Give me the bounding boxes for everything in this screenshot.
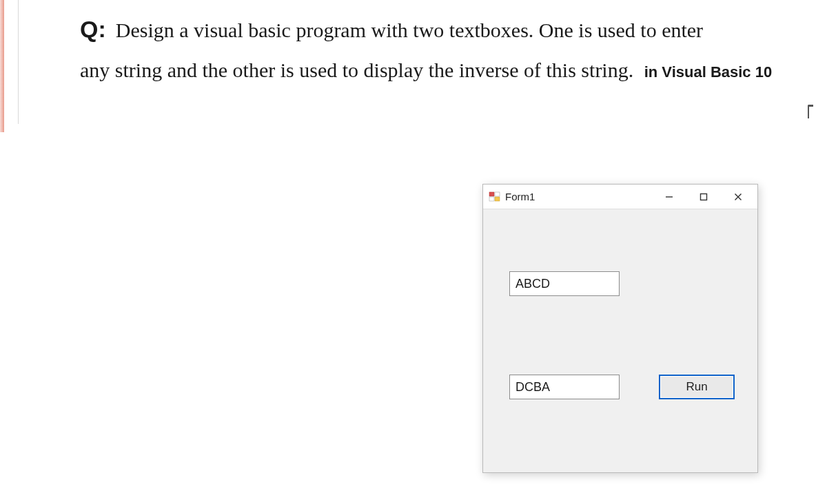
window-client-area: ABCD DCBA Run [483, 209, 757, 472]
question-line-1: Q:Design a visual basic program with two… [80, 14, 786, 45]
page-binding-edge [0, 0, 4, 132]
close-button[interactable] [723, 186, 753, 208]
svg-rect-3 [495, 197, 500, 201]
form-icon [489, 191, 501, 203]
textbox-output[interactable]: DCBA [509, 375, 620, 399]
question-block: Q:Design a visual basic program with two… [80, 14, 786, 87]
page-margin-rule [18, 0, 19, 124]
page-corner-mark [808, 105, 813, 118]
question-text-2: any string and the other is used to disp… [80, 59, 633, 81]
question-line-2: any string and the other is used to disp… [80, 55, 786, 87]
window-title: Form1 [505, 191, 535, 202]
svg-rect-2 [489, 197, 494, 201]
svg-rect-5 [701, 193, 707, 200]
run-button-label: Run [686, 380, 707, 394]
textbox-output-value: DCBA [515, 380, 550, 395]
svg-rect-0 [489, 192, 494, 196]
textbox-input[interactable]: ABCD [509, 271, 620, 296]
question-note: in Visual Basic 10 [644, 63, 772, 81]
textbox-input-value: ABCD [515, 277, 550, 291]
window-titlebar[interactable]: Form1 [483, 185, 757, 209]
maximize-button[interactable] [688, 186, 719, 208]
question-label: Q: [80, 16, 106, 42]
run-button[interactable]: Run [659, 375, 735, 399]
minimize-button[interactable] [654, 186, 684, 208]
svg-rect-1 [495, 192, 500, 196]
question-text-1: Design a visual basic program with two t… [116, 19, 703, 41]
form-window: Form1 ABCD DCBA Run [482, 184, 758, 473]
